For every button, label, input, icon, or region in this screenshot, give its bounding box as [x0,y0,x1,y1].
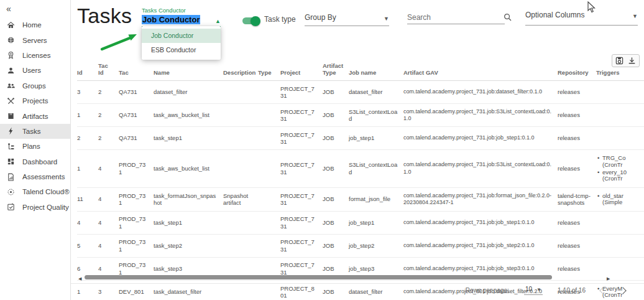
tasks-conductor-value: Job Conductor [142,15,200,24]
cell-tac_id: 4 [98,150,119,188]
sidebar-item-tasks[interactable]: Tasks [0,124,70,139]
optional-columns-label: Optional Columns [525,11,584,19]
cell-type [258,104,280,127]
cell-name: task_step1 [154,127,223,150]
column-header[interactable]: Artifact GAV [403,62,558,81]
sidebar: « HomeServersLicensesUsersGroupsProjects… [0,0,71,300]
column-header[interactable]: Triggers [596,62,644,81]
assessments-icon [6,172,16,182]
cell-name: task_step1 [154,211,223,234]
table-row[interactable]: 14PROD_731task_aws_bucket_listPROJECT_73… [77,150,644,188]
app-window: « HomeServersLicensesUsersGroupsProjects… [0,0,644,300]
project-quality-icon [6,202,16,212]
cell-repository: releases [558,150,596,188]
tasks-conductor-value-box[interactable]: Job Conductor ▲ [142,14,221,27]
servers-icon [6,35,16,45]
cell-project: PROJECT_731 [280,234,323,257]
chevron-down-icon: ▼ [384,16,389,22]
sidebar-item-project-quality[interactable]: Project Quality [0,200,70,215]
table-body: 32QA731dataset_filterPROJECT_731JOBdatas… [77,81,644,300]
cell-tac: QA731 [119,81,154,104]
sidebar-item-plans[interactable]: Plans [0,139,70,154]
sidebar-item-home[interactable]: Home [0,17,70,32]
cell-tac: PROD_731 [119,187,154,211]
sidebar-item-label: Groups [22,82,46,90]
table-row[interactable]: 22QA731task_step1PROJECT_731JOBjob_step1… [77,127,644,150]
column-header[interactable]: Type [258,62,280,81]
conductor-option[interactable]: ESB Conductor [142,43,221,57]
group-by-select[interactable]: Group By ▼ [305,13,389,26]
column-header[interactable]: Id [77,62,98,81]
cell-project: PROJECT_731 [280,150,323,188]
table-row[interactable]: 32QA731dataset_filterPROJECT_731JOBdatas… [77,81,644,104]
sidebar-item-label: Tasks [22,128,40,135]
cell-triggers [596,81,644,104]
column-header[interactable]: Artifact Type [323,62,349,81]
column-header[interactable]: Description [223,62,258,81]
sidebar-item-label: Plans [22,143,40,150]
pagination-bar: Rows per page: 10 ▼ 1-10 of 16 [466,286,625,295]
page-title: Tasks [77,4,132,28]
cell-description [223,104,258,127]
licenses-icon [6,50,16,60]
footer-divider [71,283,644,284]
cell-triggers: TRG_Co(CronTrevery_10(CronTr [596,150,644,188]
sidebar-item-artifacts[interactable]: Artifacts [0,108,70,123]
table-row[interactable]: 44PROD_731task_step1PROJECT_731JOBjob_st… [77,211,644,234]
sidebar-collapse-button[interactable]: « [0,0,70,16]
previous-page-button[interactable] [599,287,606,294]
sidebar-item-label: Projects [22,97,48,105]
search-input[interactable] [407,13,504,22]
sidebar-item-servers[interactable]: Servers [0,32,70,47]
cell-tac: PROD_731 [119,234,154,257]
table-row[interactable]: 114PROD_731task_formatJson_snpashotSnpas… [77,187,644,211]
groups-icon [6,81,16,90]
sidebar-item-dashboard[interactable]: Dashboard [0,154,70,169]
sidebar-item-label: Project Quality [22,204,69,211]
task-type-toggle[interactable] [242,17,259,24]
column-header[interactable]: Project [280,62,323,81]
cell-description [223,81,258,104]
sidebar-item-projects[interactable]: Projects [0,93,70,108]
sidebar-item-label: Licenses [22,52,50,59]
table-row[interactable]: 12QA731task_aws_bucket_listPROJECT_731JO… [77,104,644,127]
tasks-icon [6,126,16,136]
column-header[interactable]: Tac [119,62,154,81]
conductor-option[interactable]: Job Conductor [142,29,221,43]
column-header[interactable]: Tac Id [98,62,119,81]
rows-per-page-value: 10 [525,286,532,293]
next-page-button[interactable] [619,287,626,294]
cell-name: task_aws_bucket_list [154,104,223,127]
sidebar-item-licenses[interactable]: Licenses [0,48,70,63]
column-header[interactable]: Repository [558,62,596,81]
cell-artifact_type: JOB [323,150,349,188]
sidebar-item-assessments[interactable]: Assessments [0,169,70,184]
cell-tac_id: 2 [98,127,119,150]
sidebar-item-groups[interactable]: Groups [0,78,70,93]
cell-description: Snpashot artifact [223,187,258,211]
table-row[interactable]: 54PROD_731task_step2PROJECT_731JOBjob_st… [77,234,644,257]
tasks-conductor-select[interactable]: Tasks Conductor Job Conductor ▲ [142,7,221,27]
horizontal-scrollbar-thumb[interactable] [85,275,552,279]
group-by-label: Group By [305,13,336,22]
cell-artifact_gav: com.talend.academy.project_731.job:job_s… [403,211,558,234]
rows-per-page-select[interactable]: 10 ▼ [524,286,543,295]
sidebar-item-talend-cloud[interactable]: Talend Cloud® [0,184,70,199]
search-icon[interactable] [504,13,512,22]
sidebar-item-label: Talend Cloud® [22,188,70,195]
chevron-down-icon: ▼ [632,13,638,19]
column-header[interactable]: Name [154,62,223,81]
sidebar-item-users[interactable]: Users [0,63,70,78]
artifacts-icon [6,111,16,121]
cell-type [258,187,280,211]
cell-tac_id: 4 [98,187,119,211]
scroll-right-arrow[interactable]: ▶ [607,276,610,281]
cell-job_name: job_step2 [349,234,403,257]
cell-triggers [596,257,644,280]
column-header[interactable]: Job name [349,62,403,81]
cell-artifact_gav: com.talend.academy.project_731.job:job_s… [403,127,558,150]
table-header-row: IdTac IdTacNameDescriptionTypeProjectArt… [77,62,644,81]
scroll-left-arrow[interactable]: ◀ [78,276,81,281]
optional-columns-select[interactable]: Optional Columns ▼ [525,11,638,26]
cell-tac_id: 2 [98,104,119,127]
